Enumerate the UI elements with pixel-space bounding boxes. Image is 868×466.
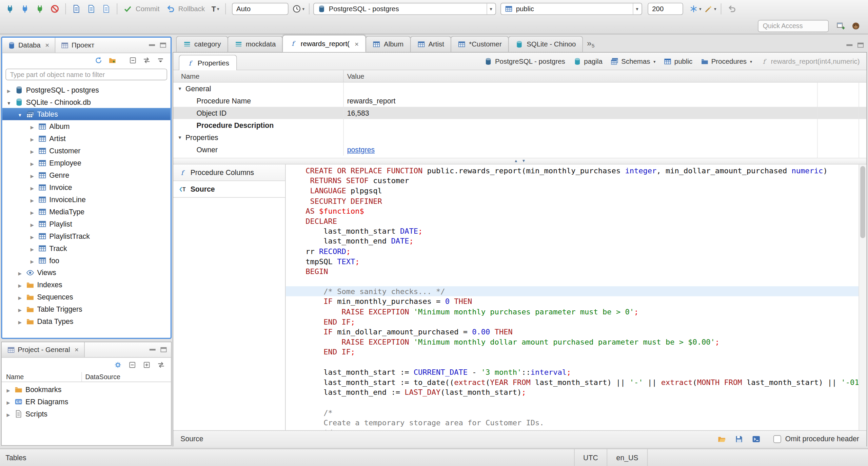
panel-tab[interactable]: Проект <box>56 38 100 53</box>
transaction-mode-button[interactable]: T▾ <box>212 5 219 13</box>
toolbar-icon[interactable]: ▾ <box>704 2 717 16</box>
column-header-name[interactable]: Name <box>2 372 82 382</box>
toolbar-icon[interactable] <box>33 2 46 16</box>
collapse-arrow-icon[interactable]: ▼ <box>178 135 185 140</box>
expand-arrow-icon[interactable] <box>17 110 23 118</box>
tree-item[interactable]: Views <box>2 266 171 278</box>
expand-arrow-icon[interactable] <box>5 409 12 418</box>
breadcrumb-item[interactable]: Schemas ▾ <box>611 58 655 65</box>
splitter-up-icon[interactable]: ▲ <box>514 158 518 164</box>
scrollbar-thumb[interactable] <box>860 166 865 238</box>
property-row[interactable]: ▼ Owner postgres <box>173 143 866 156</box>
object-filter-input[interactable] <box>5 69 167 80</box>
tree-item[interactable]: Track <box>2 242 171 254</box>
editor-tab[interactable]: Album <box>366 36 411 52</box>
minimize-button[interactable] <box>846 44 852 46</box>
editor-tab[interactable]: category <box>176 36 228 52</box>
maximize-button[interactable] <box>160 43 166 48</box>
source-code-editor[interactable]: CREATE OR REPLACE FUNCTION public.reward… <box>285 164 859 430</box>
project-item[interactable]: ER Diagrams <box>2 395 171 408</box>
editor-page-item[interactable]: Source <box>173 181 285 198</box>
combo-dropdown-icon[interactable]: ▼ <box>633 3 641 15</box>
tree-item[interactable]: Employee <box>2 157 171 169</box>
tree-item[interactable]: Indexes <box>2 278 171 291</box>
navigator-toolbar-icon[interactable] <box>107 55 118 66</box>
quick-access-input[interactable] <box>758 20 829 32</box>
omit-header-checkbox[interactable] <box>773 435 781 443</box>
property-value-cell[interactable]: rewards_report <box>344 95 866 107</box>
tree-item[interactable]: PlaylistTrack <box>2 230 171 242</box>
tree-item[interactable]: foo <box>2 254 171 266</box>
sql-editor-icon[interactable] <box>85 2 98 16</box>
code-scrollbar[interactable] <box>859 164 866 430</box>
breadcrumb-item[interactable]: PostgreSQL - postgres <box>485 58 565 65</box>
column-header-name[interactable]: Name <box>173 70 344 82</box>
property-row[interactable]: ▼ Object ID 16,583 <box>173 107 866 119</box>
expand-arrow-icon[interactable] <box>29 195 36 203</box>
tree-item[interactable]: Customer <box>2 144 171 157</box>
rollback-button[interactable]: Rollback <box>178 5 205 13</box>
chevron-down-icon[interactable]: ▾ <box>750 59 752 64</box>
minimize-button[interactable] <box>149 44 155 46</box>
column-header-datasource[interactable]: DataSource <box>82 373 120 381</box>
timezone-indicator[interactable]: UTC <box>574 449 607 466</box>
transaction-log-icon[interactable]: ▾ <box>292 2 305 16</box>
expand-arrow-icon[interactable] <box>29 134 36 142</box>
tree-item[interactable]: MediaType <box>2 206 171 218</box>
back-icon[interactable] <box>725 2 738 16</box>
expand-arrow-icon[interactable] <box>17 305 23 313</box>
expand-arrow-icon[interactable] <box>29 244 36 252</box>
breadcrumb-item[interactable]: rewards_report(int4,numeric) <box>761 58 860 65</box>
close-icon[interactable]: ✕ <box>75 347 79 353</box>
tree-item[interactable]: Table Triggers <box>2 303 171 315</box>
tree-item[interactable]: Album <box>2 120 171 132</box>
tree-item[interactable]: PostgreSQL - postgres <box>2 84 171 96</box>
navigator-toolbar-icon[interactable] <box>93 55 104 66</box>
toolbar-icon[interactable] <box>48 2 61 16</box>
project-tab[interactable]: Project - General ✕ <box>2 342 85 357</box>
expand-arrow-icon[interactable] <box>29 183 36 191</box>
tree-item[interactable]: Invoice <box>2 181 171 193</box>
project-toolbar-icon[interactable] <box>156 360 167 371</box>
sql-editor-icon[interactable] <box>100 2 113 16</box>
tree-item[interactable]: Genre <box>2 169 171 181</box>
property-value-cell[interactable]: postgres <box>344 143 866 156</box>
navigator-toolbar-icon[interactable] <box>141 55 152 66</box>
schema-combo[interactable]: public ▼ <box>500 3 642 15</box>
property-row[interactable]: ▼ General <box>173 82 866 95</box>
commit-mode-combo[interactable]: Auto <box>232 3 289 15</box>
toolbar-icon[interactable]: ▾ <box>689 2 702 16</box>
properties-splitter[interactable]: ▲ ▼ <box>173 158 866 164</box>
expand-arrow-icon[interactable] <box>5 385 12 393</box>
property-value-cell[interactable] <box>344 82 866 95</box>
commit-icon[interactable] <box>121 2 135 16</box>
property-value-cell[interactable] <box>344 119 866 131</box>
close-icon[interactable]: ✕ <box>45 42 50 48</box>
column-header-value[interactable]: Value <box>344 72 364 80</box>
collapse-arrow-icon[interactable]: ▼ <box>178 86 185 91</box>
tree-item[interactable]: Playlist <box>2 218 171 230</box>
expand-arrow-icon[interactable] <box>29 232 36 240</box>
property-value-cell[interactable] <box>344 131 866 143</box>
toolbar-icon[interactable] <box>18 2 32 16</box>
sourcebar-icon[interactable] <box>715 432 729 445</box>
locale-indicator[interactable]: en_US <box>607 449 648 466</box>
editor-tab[interactable]: SQLite - Chinoo <box>508 36 583 52</box>
breadcrumb-item[interactable]: pagila <box>573 58 603 65</box>
expand-arrow-icon[interactable] <box>5 98 12 106</box>
chevron-down-icon[interactable]: ▾ <box>653 59 655 64</box>
expand-arrow-icon[interactable] <box>29 207 36 215</box>
fetch-size-input[interactable] <box>648 3 683 15</box>
property-value-cell[interactable]: 16,583 <box>344 107 866 119</box>
property-row[interactable]: ▼ Procedure Name rewards_report <box>173 95 866 107</box>
expand-arrow-icon[interactable] <box>5 397 12 405</box>
editor-tab[interactable]: Artist <box>410 36 451 52</box>
tree-item[interactable]: Tables <box>2 108 171 120</box>
maximize-button[interactable] <box>857 43 864 48</box>
tree-item[interactable]: Data Types <box>2 315 171 327</box>
project-item[interactable]: Scripts <box>2 408 171 420</box>
expand-arrow-icon[interactable] <box>29 219 36 228</box>
properties-subtab[interactable]: Properties <box>179 55 237 71</box>
splitter-down-icon[interactable]: ▼ <box>522 158 526 164</box>
breadcrumb-item[interactable]: public <box>664 58 692 65</box>
